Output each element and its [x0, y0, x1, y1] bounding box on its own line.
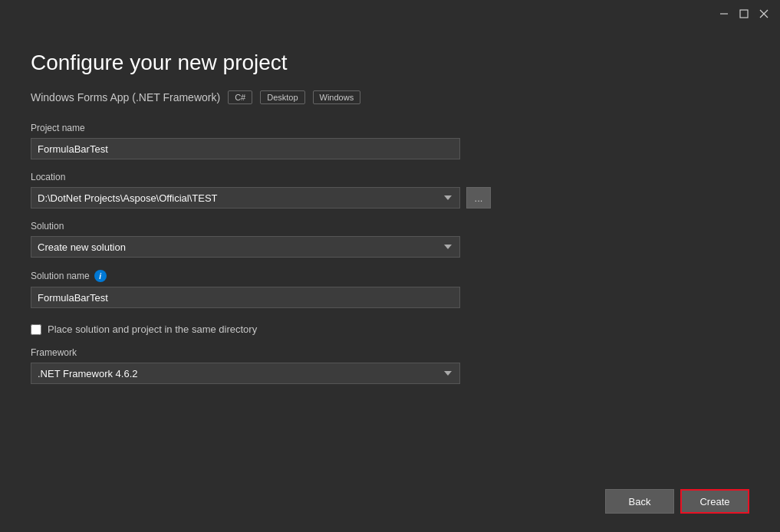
title-bar: [0, 0, 780, 28]
same-directory-checkbox[interactable]: [31, 324, 41, 335]
footer: Back Create: [0, 477, 780, 532]
location-group: Location D:\DotNet Projects\Aspose\Offic…: [31, 172, 749, 209]
project-name-group: Project name: [31, 123, 749, 159]
badge-desktop: Desktop: [260, 90, 304, 104]
framework-group: Framework .NET Framework 4.6.2: [31, 347, 749, 384]
restore-button[interactable]: [737, 7, 751, 21]
solution-name-info-icon: i: [94, 270, 107, 282]
window-controls: [717, 7, 771, 21]
solution-name-input[interactable]: [31, 287, 460, 308]
back-button[interactable]: Back: [605, 489, 674, 514]
main-content: Configure your new project Windows Forms…: [0, 28, 780, 477]
configure-project-window: Configure your new project Windows Forms…: [0, 0, 780, 532]
same-directory-label[interactable]: Place solution and project in the same d…: [48, 323, 257, 335]
svg-rect-1: [740, 10, 748, 18]
badge-windows: Windows: [313, 90, 361, 104]
location-label: Location: [31, 172, 749, 182]
location-select[interactable]: D:\DotNet Projects\Aspose\Official\TEST: [31, 187, 460, 209]
project-name-input[interactable]: [31, 138, 460, 159]
create-button[interactable]: Create: [680, 489, 749, 514]
same-directory-row: Place solution and project in the same d…: [31, 323, 749, 335]
solution-name-group: Solution name i: [31, 270, 749, 308]
solution-select[interactable]: Create new solution: [31, 236, 460, 258]
framework-label: Framework: [31, 347, 749, 358]
solution-name-label: Solution name i: [31, 270, 749, 282]
form-section: Project name Location D:\DotNet Projects…: [31, 123, 749, 461]
framework-select[interactable]: .NET Framework 4.6.2: [31, 363, 460, 384]
page-title: Configure your new project: [31, 51, 749, 75]
project-type-name: Windows Forms App (.NET Framework): [31, 91, 220, 103]
browse-button[interactable]: ...: [466, 187, 491, 209]
close-button[interactable]: [757, 7, 771, 21]
location-row: D:\DotNet Projects\Aspose\Official\TEST …: [31, 187, 749, 209]
minimize-button[interactable]: [717, 7, 731, 21]
badge-csharp: C#: [228, 90, 252, 104]
solution-group: Solution Create new solution: [31, 221, 749, 258]
project-type-row: Windows Forms App (.NET Framework) C# De…: [31, 90, 749, 104]
project-name-label: Project name: [31, 123, 749, 133]
solution-label: Solution: [31, 221, 749, 232]
